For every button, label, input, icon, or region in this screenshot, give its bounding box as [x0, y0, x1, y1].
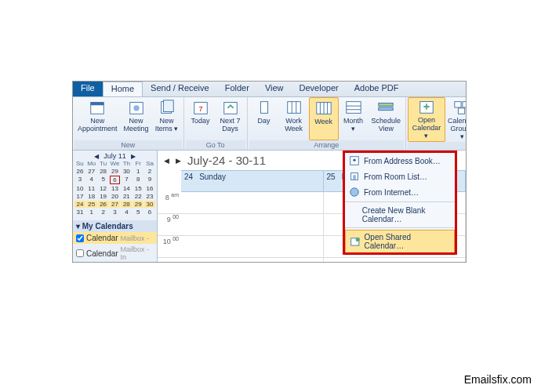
mini-cal-dow: Fr — [133, 160, 143, 167]
mini-cal-day[interactable]: 30 — [121, 168, 132, 175]
mini-cal-day[interactable]: 10 — [74, 185, 85, 192]
day-header[interactable]: 24 Sunday — [181, 171, 324, 191]
mini-cal-day[interactable]: 3 — [74, 176, 85, 184]
new-meeting-button[interactable]: New Meeting — [121, 97, 152, 140]
outlook-window: File Home Send / Receive Folder View Dev… — [72, 81, 467, 263]
mini-cal-day[interactable]: 11 — [86, 185, 97, 192]
menu-from-address-book[interactable]: From Address Book… — [345, 153, 455, 169]
next-month-arrow[interactable]: ▶ — [131, 153, 136, 160]
mini-cal-day[interactable]: 16 — [144, 185, 155, 192]
mini-cal-day[interactable]: 26 — [74, 168, 85, 175]
mini-cal-day[interactable]: 27 — [110, 201, 121, 208]
schedule-view-button[interactable]: Schedule View — [369, 97, 405, 140]
svg-rect-25 — [459, 108, 465, 114]
svg-rect-8 — [223, 103, 237, 114]
my-calendars-header[interactable]: ▾ My Calendars — [73, 220, 157, 232]
mini-cal-day[interactable]: 20 — [110, 193, 121, 200]
tab-adobe-pdf[interactable]: Adobe PDF — [347, 82, 407, 96]
mini-cal-day[interactable]: 5 — [133, 209, 143, 216]
day-icon — [255, 99, 274, 116]
mini-cal-day[interactable]: 22 — [133, 193, 143, 200]
menu-create-blank[interactable]: Create New Blank Calendar… — [345, 204, 455, 226]
mini-cal-day[interactable]: 30 — [144, 201, 155, 208]
calendar-groups-button[interactable]: Calendar Groups ▾ — [445, 97, 467, 142]
mini-cal-day[interactable]: 15 — [133, 185, 143, 192]
mini-calendar[interactable]: ◀ July 11 ▶ SuMoTuWeThFrSa26272829301234… — [73, 151, 157, 217]
mini-cal-day[interactable]: 1 — [133, 168, 143, 175]
mini-cal-dow: Su — [74, 160, 85, 167]
today-icon: 7 — [191, 99, 210, 116]
mini-cal-day[interactable]: 31 — [74, 209, 85, 216]
mini-cal-day[interactable]: 29 — [133, 201, 143, 208]
calendar-checkbox[interactable] — [76, 249, 84, 257]
tab-send-receive[interactable]: Send / Receive — [143, 82, 217, 96]
tab-home[interactable]: Home — [103, 82, 143, 96]
next7-button[interactable]: Next 7 Days — [216, 97, 245, 140]
mini-cal-day[interactable]: 2 — [144, 168, 155, 175]
menu-from-internet[interactable]: From Internet… — [345, 184, 455, 200]
mini-cal-dow: Th — [121, 160, 132, 167]
open-calendar-dropdown: From Address Book… From Room List… From … — [343, 151, 457, 255]
mini-cal-day[interactable]: 3 — [110, 209, 121, 216]
prev-month-arrow[interactable]: ◀ — [94, 153, 99, 160]
prev-week-arrow[interactable]: ◀ — [164, 157, 169, 165]
tab-folder[interactable]: Folder — [217, 82, 257, 96]
mini-cal-day[interactable]: 4 — [121, 209, 132, 216]
mini-cal-day[interactable]: 17 — [74, 193, 85, 200]
mini-cal-day[interactable]: 6 — [144, 209, 155, 216]
mini-cal-day[interactable]: 13 — [110, 185, 121, 192]
month-icon — [344, 99, 363, 116]
mini-cal-day[interactable]: 27 — [86, 168, 97, 175]
mini-cal-day[interactable]: 4 — [86, 176, 97, 184]
internet-icon — [349, 187, 360, 198]
calendar-item[interactable]: Calendar Mailbox - In — [73, 244, 157, 263]
menu-open-shared-calendar[interactable]: Open Shared Calendar… — [345, 230, 455, 253]
mini-cal-day[interactable]: 21 — [121, 193, 132, 200]
open-calendar-button[interactable]: Open Calendar ▾ — [408, 97, 445, 142]
work-week-button[interactable]: Work Week — [279, 97, 309, 140]
svg-rect-23 — [455, 102, 461, 107]
week-icon — [314, 100, 333, 117]
next-week-arrow[interactable]: ▶ — [176, 157, 181, 165]
mini-cal-day[interactable]: 12 — [98, 185, 109, 192]
mini-cal-day[interactable]: 26 — [98, 201, 109, 208]
tab-file[interactable]: File — [73, 82, 103, 96]
new-appointment-button[interactable]: New Appointment — [74, 97, 121, 140]
calendar-checkbox[interactable] — [76, 234, 84, 242]
mini-cal-day[interactable]: 5 — [98, 176, 109, 184]
mini-cal-day[interactable]: 6 — [110, 176, 121, 184]
room-icon — [349, 171, 360, 182]
mini-cal-day[interactable]: 28 — [98, 168, 109, 175]
mini-cal-day[interactable]: 8 — [133, 176, 143, 184]
mini-cal-day[interactable]: 25 — [86, 201, 97, 208]
mini-cal-day[interactable]: 19 — [98, 193, 109, 200]
month-button[interactable]: Month ▾ — [339, 97, 369, 140]
new-items-button[interactable]: New Items ▾ — [152, 97, 182, 140]
calendar-item[interactable]: Calendar Mailbox - — [73, 232, 157, 244]
mini-cal-day[interactable]: 1 — [86, 209, 97, 216]
mini-cal-day[interactable]: 28 — [121, 201, 132, 208]
next7-icon — [221, 99, 240, 116]
day-button[interactable]: Day — [249, 97, 279, 140]
mini-cal-day[interactable]: 7 — [121, 176, 132, 184]
today-button[interactable]: 7 Today — [186, 97, 216, 140]
menu-separator — [345, 227, 455, 228]
mini-cal-day[interactable]: 24 — [74, 201, 85, 208]
mini-cal-title: July 11 — [103, 152, 126, 160]
mini-cal-day[interactable]: 14 — [121, 185, 132, 192]
week-button[interactable]: Week — [309, 97, 339, 140]
mini-cal-day[interactable]: 29 — [110, 168, 121, 175]
group-goto: 7 Today Next 7 Days Go To — [184, 97, 248, 150]
menu-from-room-list[interactable]: From Room List… — [345, 169, 455, 184]
mini-cal-dow: We — [110, 160, 121, 167]
mini-cal-day[interactable]: 9 — [144, 176, 155, 184]
mini-cal-day[interactable]: 18 — [86, 193, 97, 200]
group-manage: Open Calendar ▾ Calendar Groups ▾ E-mail… — [406, 97, 467, 150]
tab-developer[interactable]: Developer — [292, 82, 347, 96]
work-week-icon — [285, 99, 303, 116]
svg-point-35 — [356, 238, 360, 241]
address-book-icon — [349, 155, 360, 166]
tab-view[interactable]: View — [257, 82, 292, 96]
mini-cal-day[interactable]: 23 — [144, 193, 155, 200]
mini-cal-day[interactable]: 2 — [98, 209, 109, 216]
